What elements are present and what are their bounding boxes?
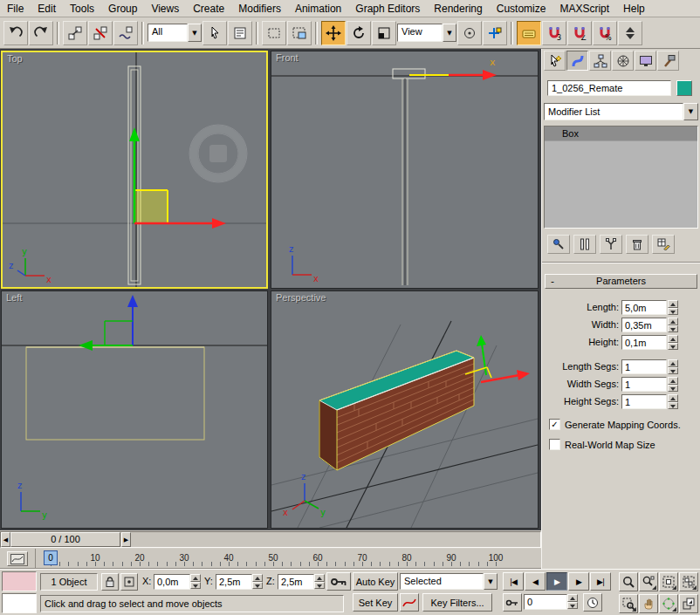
coord-x-spinner[interactable] (190, 574, 201, 589)
select-and-rotate-button[interactable] (347, 21, 371, 45)
new-key-default-in-out-tangents-button[interactable] (400, 593, 419, 612)
zoom-all-button[interactable] (639, 572, 658, 591)
configure-modifier-sets-button[interactable] (652, 235, 675, 254)
menu-animation[interactable]: Animation (288, 1, 348, 17)
set-keys-button[interactable] (326, 572, 351, 591)
time-configuration-button[interactable] (583, 593, 602, 612)
chevron-down-icon[interactable]: ▼ (443, 24, 456, 42)
remove-modifier-button[interactable] (626, 235, 649, 254)
coord-x-field[interactable]: 0,0m (154, 574, 190, 590)
unlink-selection-button[interactable] (88, 21, 113, 45)
next-frame-button[interactable]: ▶ (568, 572, 589, 591)
select-by-name-button[interactable] (228, 21, 252, 45)
auto-key-button[interactable]: Auto Key (353, 572, 398, 591)
coord-y-spinner[interactable] (252, 574, 263, 589)
menu-views[interactable]: Views (144, 1, 186, 17)
box-object[interactable] (319, 351, 474, 470)
frame-ruler[interactable]: 0 10 20 30 40 50 60 70 80 90 100 0 (35, 549, 541, 568)
length-segs-field[interactable]: 1 (621, 359, 667, 374)
selection-lock-toggle[interactable] (101, 573, 119, 591)
real-world-map-size-checkbox[interactable]: ✓ Real-World Map Size (549, 439, 655, 450)
window-crossing-toggle-button[interactable] (287, 21, 312, 45)
coord-z-field[interactable]: 2,5m (278, 574, 314, 590)
viewport-left-label[interactable]: Left (6, 292, 22, 303)
zoom-button[interactable] (619, 572, 638, 591)
height-field[interactable]: 0,1m (621, 335, 667, 350)
zoom-extents-button[interactable] (659, 572, 678, 591)
chevron-down-icon[interactable]: ▼ (188, 24, 202, 42)
go-to-end-button[interactable]: ▶| (590, 572, 611, 591)
selection-count-field[interactable]: 1 Object (40, 573, 98, 591)
length-spinner[interactable] (668, 300, 678, 315)
maxscript-mini-listener-macro[interactable] (2, 571, 37, 591)
current-frame-marker[interactable]: 0 (44, 550, 58, 565)
tab-create[interactable] (544, 51, 566, 71)
zoom-region-button[interactable] (619, 594, 638, 613)
menu-customize[interactable]: Customize (490, 1, 553, 17)
width-segs-spinner[interactable] (668, 377, 678, 392)
time-slider-handle[interactable]: 0 / 100 (10, 532, 120, 547)
keyboard-shortcut-override-toggle[interactable] (517, 21, 541, 45)
viewport-top[interactable]: y x z Top (1, 51, 268, 289)
move-gizmo[interactable] (465, 335, 530, 382)
open-mini-curve-editor-button[interactable] (7, 551, 28, 566)
snap-toggle-3d-button[interactable]: 3 (542, 21, 566, 45)
percent-snap-toggle-button[interactable]: % (593, 21, 617, 45)
height-segs-field[interactable]: 1 (621, 394, 667, 409)
select-and-scale-button[interactable] (372, 21, 396, 45)
angle-snap-toggle-button[interactable]: ∠ (567, 21, 592, 45)
modifier-list-dropdown[interactable]: Modifier List (544, 103, 683, 120)
chevron-down-icon[interactable]: ▼ (683, 103, 698, 120)
object-color-swatch[interactable] (676, 80, 692, 96)
spinner-snap-toggle-button[interactable] (618, 21, 642, 45)
key-mode-toggle-button[interactable] (503, 593, 522, 612)
select-and-move-button[interactable] (321, 21, 346, 45)
tab-motion[interactable] (612, 51, 634, 71)
current-frame-field[interactable]: 0 (524, 594, 567, 610)
length-segs-spinner[interactable] (668, 359, 678, 374)
menu-group[interactable]: Group (101, 1, 144, 17)
previous-frame-button[interactable]: ◀ (525, 572, 546, 591)
bind-to-space-warp-button[interactable] (113, 21, 138, 45)
menu-modifiers[interactable]: Modifiers (231, 1, 288, 17)
viewport-front[interactable]: x z x Front (271, 51, 539, 289)
set-key-button[interactable]: Set Key (353, 593, 398, 612)
use-center-button[interactable] (457, 21, 482, 45)
select-object-button[interactable] (202, 21, 227, 45)
absolute-offset-mode-toggle[interactable] (120, 573, 138, 591)
coord-y-field[interactable]: 2,5m (216, 574, 252, 590)
maximize-viewport-toggle[interactable] (679, 594, 698, 613)
play-animation-button[interactable]: ▶ (546, 572, 567, 591)
time-slider-left-arrow[interactable]: ◀ (1, 532, 10, 547)
tab-display[interactable] (635, 51, 656, 71)
height-segs-spinner[interactable] (668, 394, 678, 409)
pin-stack-button[interactable] (547, 235, 570, 254)
make-unique-button[interactable] (600, 235, 622, 254)
width-field[interactable]: 0,35m (621, 318, 667, 332)
length-field[interactable]: 5,0m (621, 300, 667, 315)
menu-graph-editors[interactable]: Graph Editors (348, 1, 427, 17)
menu-help[interactable]: Help (616, 1, 652, 17)
move-gizmo[interactable] (79, 295, 138, 351)
undo-button[interactable] (3, 21, 28, 45)
menu-maxscript[interactable]: MAXScript (552, 1, 616, 17)
menu-rendering[interactable]: Rendering (427, 1, 489, 17)
menu-tools[interactable]: Tools (63, 1, 101, 17)
parameters-rollout-header[interactable]: - Parameters (545, 274, 697, 289)
selection-filter-dropdown[interactable]: All ▼ (148, 24, 202, 42)
rectangular-selection-region-button[interactable] (262, 21, 286, 45)
pan-view-button[interactable] (639, 594, 658, 613)
width-spinner[interactable] (668, 318, 678, 332)
arc-rotate-button[interactable] (659, 594, 678, 613)
tab-modify[interactable] (566, 51, 588, 71)
height-spinner[interactable] (668, 335, 678, 350)
width-segs-field[interactable]: 1 (621, 377, 667, 392)
menu-file[interactable]: File (0, 1, 31, 17)
zoom-extents-all-button[interactable] (679, 572, 698, 591)
generate-mapping-coords-checkbox[interactable]: ✓ Generate Mapping Coords. (549, 419, 681, 430)
object-name-field[interactable]: 1_0256_Remate (547, 80, 671, 96)
viewport-left[interactable]: z y Left (1, 290, 268, 529)
viewport-perspective-label[interactable]: Perspective (276, 292, 326, 303)
maxscript-mini-listener[interactable] (2, 593, 37, 613)
chevron-down-icon[interactable]: ▼ (484, 573, 498, 590)
